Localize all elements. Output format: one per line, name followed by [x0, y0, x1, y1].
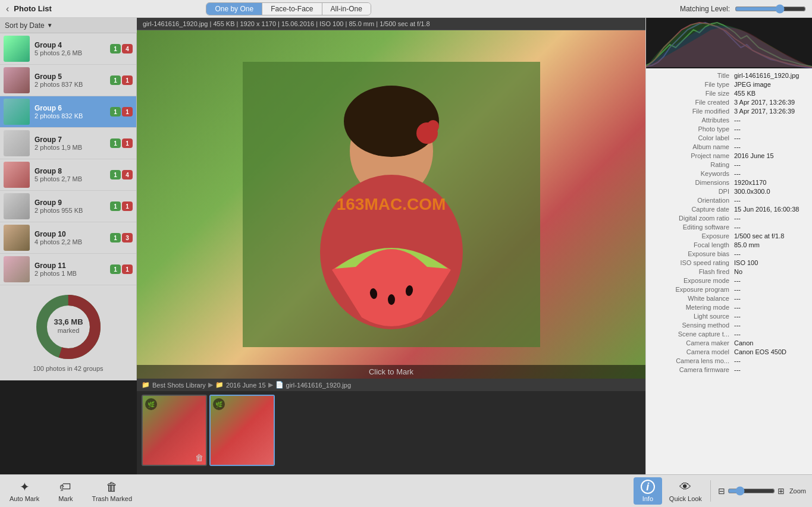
- badge1-g7: 1: [110, 138, 121, 148]
- info-row-editing-sw: Editing software---: [646, 222, 812, 231]
- badge1-g5: 1: [110, 75, 121, 85]
- segment-all-in-one[interactable]: All-in-One: [322, 3, 371, 15]
- filmstrip-thumb-1[interactable]: 🌿 🗑: [142, 395, 207, 466]
- info-label: Info: [642, 495, 653, 502]
- info-row-file-created: File created3 Apr 2017, 13:26:39: [646, 97, 812, 106]
- info-value-rating: ---: [734, 161, 741, 168]
- info-label-dimensions: Dimensions: [651, 179, 734, 186]
- badge1-g6: 1: [110, 107, 121, 116]
- info-value-iso: ISO 100: [734, 259, 758, 266]
- sidebar-item-g11[interactable]: Group 112 photos 1 MB11: [0, 254, 136, 285]
- breadcrumb-library[interactable]: Best Shots Library: [152, 382, 206, 389]
- info-panel: Titlegirl-1461616_1920.jpgFile typeJPEG …: [646, 68, 812, 474]
- info-row-exposure: Exposure1/500 sec at f/1.8: [646, 231, 812, 240]
- badge2-g7: 1: [122, 138, 133, 148]
- svg-point-7: [388, 294, 395, 305]
- group-sub-g4: 5 photos 2,6 MB: [35, 49, 110, 56]
- back-arrow[interactable]: ‹: [6, 4, 9, 14]
- info-label-exposure: Exposure: [651, 232, 734, 240]
- info-label-cam-model: Camera model: [651, 348, 734, 355]
- segment-one-by-one[interactable]: One by One: [206, 3, 262, 15]
- sidebar-item-g9[interactable]: Group 92 photos 955 KB11: [0, 191, 136, 222]
- toolbar-right: i Info 👁 Quick Look ⊟ ⊞ Zoom: [634, 477, 812, 505]
- breadcrumb-file[interactable]: girl-1461616_1920.jpg: [286, 382, 351, 389]
- sidebar-item-g7[interactable]: Group 72 photos 1,9 MB11: [0, 128, 136, 159]
- info-label-exposure-mode: Exposure mode: [651, 277, 734, 284]
- quick-look-button[interactable]: 👁 Quick Look: [662, 478, 709, 505]
- info-row-color-label: Color label---: [646, 133, 812, 142]
- info-row-exposure-prog: Exposure program---: [646, 285, 812, 294]
- donut-area: 33,6 MB marked 100 photos in 42 groups: [0, 285, 136, 380]
- breadcrumb-sep1: ▶: [208, 381, 213, 389]
- info-value-cam-model: Canon EOS 450D: [734, 348, 786, 355]
- zoom-slider[interactable]: [728, 486, 775, 496]
- info-label-file-size: File size: [651, 90, 734, 97]
- group-name-g8: Group 8: [35, 167, 110, 175]
- info-value-file-size: 455 KB: [734, 90, 755, 97]
- info-icon: i: [641, 480, 655, 494]
- trash-marked-button[interactable]: 🗑 Trash Marked: [83, 478, 142, 505]
- group-thumb-g8: [4, 162, 30, 188]
- group-sub-g6: 2 photos 832 KB: [35, 112, 110, 119]
- badge1-g11: 1: [110, 264, 121, 274]
- info-label-title: Title: [651, 72, 734, 79]
- info-row-rating: Rating---: [646, 160, 812, 169]
- info-label-orientation: Orientation: [651, 197, 734, 204]
- info-value-metering: ---: [734, 304, 741, 311]
- group-sub-g9: 2 photos 955 KB: [35, 207, 110, 214]
- info-label-white-balance: White balance: [651, 295, 734, 302]
- trash-icon-1: 🗑: [195, 453, 203, 462]
- quick-look-label: Quick Look: [669, 495, 702, 502]
- badge2-g8: 4: [122, 170, 133, 180]
- info-label-dpi: DPI: [651, 188, 734, 195]
- info-value-dimensions: 1920x1170: [734, 179, 766, 186]
- group-thumb-g10: [4, 225, 30, 251]
- info-value-project-name: 2016 June 15: [734, 152, 774, 159]
- matching-slider[interactable]: [735, 4, 806, 14]
- breadcrumb-folder[interactable]: 2016 June 15: [226, 382, 266, 389]
- info-row-iso: ISO speed ratingISO 100: [646, 258, 812, 267]
- photo-view[interactable]: 163MAC.COM Click to Mark: [137, 30, 645, 379]
- info-value-cam-maker: Canon: [734, 339, 753, 347]
- group-name-g6: Group 6: [35, 104, 110, 112]
- info-row-scene: Scene capture t...---: [646, 329, 812, 338]
- info-value-dpi: 300.0x300.0: [734, 188, 770, 195]
- info-label-sensing: Sensing method: [651, 322, 734, 329]
- sidebar-item-g6[interactable]: Group 62 photos 832 KB11: [0, 96, 136, 128]
- group-info-g9: Group 92 photos 955 KB: [35, 199, 110, 214]
- group-sub-g7: 2 photos 1,9 MB: [35, 144, 110, 151]
- mark-button[interactable]: 🏷 Mark: [49, 478, 82, 505]
- group-info-g10: Group 104 photos 2,2 MB: [35, 230, 110, 245]
- info-label-photo-type: Photo type: [651, 125, 734, 133]
- click-to-mark-label[interactable]: Click to Mark: [137, 365, 645, 379]
- group-badges-g7: 11: [110, 138, 133, 148]
- info-row-file-type: File typeJPEG image: [646, 80, 812, 89]
- group-name-g11: Group 11: [35, 262, 110, 270]
- auto-mark-button[interactable]: ✦ Auto Mark: [0, 477, 49, 505]
- group-sub-g5: 2 photos 837 KB: [35, 81, 110, 88]
- info-row-file-size: File size455 KB: [646, 89, 812, 97]
- badge2-g6: 1: [122, 107, 133, 116]
- film-badge-2: 🌿: [213, 398, 225, 410]
- info-rows: Titlegirl-1461616_1920.jpgFile typeJPEG …: [646, 71, 812, 374]
- info-row-digital-zoom: Digital zoom ratio---: [646, 213, 812, 222]
- info-value-file-type: JPEG image: [734, 81, 771, 88]
- sidebar-item-g4[interactable]: Group 45 photos 2,6 MB14: [0, 33, 136, 65]
- info-row-cam-firmware: Camera firmware---: [646, 365, 812, 374]
- filmstrip-thumb-2[interactable]: 🌿: [209, 395, 275, 466]
- info-row-exposure-mode: Exposure mode---: [646, 276, 812, 285]
- sidebar-item-g5[interactable]: Group 52 photos 837 KB11: [0, 65, 136, 96]
- sidebar-item-g10[interactable]: Group 104 photos 2,2 MB13: [0, 222, 136, 254]
- info-value-cam-firmware: ---: [734, 366, 741, 373]
- app-title: Photo List: [14, 4, 52, 13]
- info-value-title: girl-1461616_1920.jpg: [734, 72, 799, 79]
- info-value-keywords: ---: [734, 170, 741, 177]
- badge1-g10: 1: [110, 233, 121, 243]
- sort-bar[interactable]: Sort by Date ▼: [0, 18, 137, 33]
- sidebar-item-g8[interactable]: Group 85 photos 2,7 MB14: [0, 159, 136, 191]
- group-thumb-g5: [4, 67, 30, 93]
- segment-face-to-face[interactable]: Face-to-Face: [262, 3, 322, 15]
- info-button[interactable]: i Info: [634, 477, 662, 505]
- trash-marked-icon: 🗑: [106, 480, 118, 494]
- info-row-dpi: DPI300.0x300.0: [646, 187, 812, 196]
